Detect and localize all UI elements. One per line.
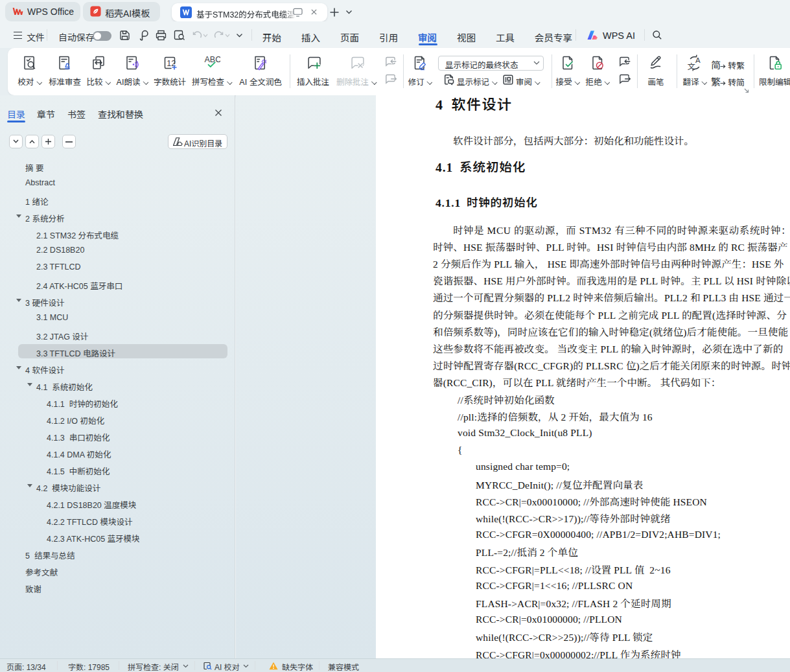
svg-text:ABC: ABC bbox=[205, 55, 221, 64]
